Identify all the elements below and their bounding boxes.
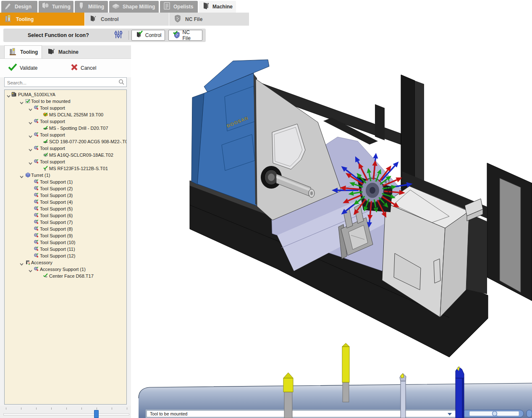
main-tab-milling[interactable]: Milling [75,1,108,13]
slider-tick [112,407,112,410]
nc-file-button-label: NC File [182,29,199,41]
tray-zoom-slider[interactable] [462,410,532,417]
support-icon [34,159,39,164]
machine-3d-view[interactable]: DOOSAN [131,45,532,418]
tree-item[interactable]: Center Face D68.T17 [5,273,126,279]
filter-sliders-icon[interactable] [113,29,123,41]
main-tab-label: Milling [88,4,104,10]
tree-item[interactable]: SCD 198-077-200 ACG5 908-M22-.T05 [5,138,126,145]
tray-tool-4[interactable] [456,366,464,418]
tree-item[interactable]: PUMA_5100XLYA [5,91,126,98]
tool-green-icon [43,166,48,171]
support-icon [34,219,39,225]
tree-item-label: Tool Support (1) [40,179,73,185]
tree-item[interactable]: Tool Support (3) [5,192,126,199]
tool-category-dropdown[interactable]: Tool to be mounted [146,410,457,418]
tree-item[interactable]: MS DCLNL 2525M 19.T00 [5,111,126,118]
tab-machine[interactable]: Machine [43,45,82,58]
tree-item-label: Tool support [40,145,65,152]
ribbon-sub-tabs: ToolingControlNC File [0,13,249,26]
tree-item[interactable]: Tool Support (8) [5,226,126,232]
sub-tab-control[interactable]: Control [85,13,169,26]
mount-icon [25,98,31,104]
search-icon[interactable] [118,79,125,85]
tree-zoom-slider [0,406,131,418]
tray-tool-3[interactable] [400,373,406,418]
slider-tick [21,407,21,410]
tree-item[interactable]: Accessory Support (1) [5,266,126,273]
tree-item[interactable]: Tool support [5,105,126,111]
sub-tab-nc-file[interactable]: NC File [169,13,249,26]
sub-tab-label: Control [101,16,119,22]
validate-button[interactable]: Validate [8,63,37,73]
tree-item[interactable]: Accessory [5,259,126,266]
support-icon [34,199,39,205]
tree-item[interactable]: Tool support [5,118,126,125]
tree-item[interactable]: Tool Support (7) [5,219,126,226]
slider-track[interactable] [3,413,129,415]
divider [128,31,129,40]
tree-item[interactable]: Tool support [5,145,126,152]
search-input[interactable] [6,78,118,87]
tree-item[interactable]: Tool Support (10) [5,239,126,246]
tree-item-label: SCD 198-077-200 ACG5 908-M22-.T05 [49,138,127,145]
slider-tick [66,407,67,410]
main-tab-label: Design [15,4,31,10]
main-tab-machine[interactable]: Machine [199,1,236,13]
tab-tooling[interactable]: Tooling [4,45,42,58]
support-icon [34,246,39,252]
control-subtab-icon [89,14,97,24]
tree-item[interactable]: Tool Support (6) [5,212,126,219]
main-tab-shape-milling[interactable]: Shape Milling [109,1,159,13]
tooling-subtab-icon [4,14,13,24]
tree-item-label: Tool support [40,118,65,125]
slider-tick [6,407,6,410]
control-button-label: Control [145,32,162,38]
tree-item[interactable]: Tool Support (9) [5,232,126,239]
main-tab-design[interactable]: Design [1,1,37,13]
tree-item-label: MS RF123F15-1212B-S.T01 [49,165,108,172]
control-button[interactable]: Control [131,30,165,41]
validate-label: Validate [20,65,37,71]
main-tab-label: Turning [52,4,71,10]
tree-item[interactable]: Tool Support (1) [5,179,126,185]
support-icon [34,192,39,198]
turret-icon [25,172,31,178]
sub-tab-label: NC File [185,16,202,22]
main-tab-turning[interactable]: Turning [39,1,73,13]
support-icon [34,105,39,110]
nc-file-button[interactable]: NC File [168,30,202,41]
tray-tool-1[interactable] [283,373,293,418]
cancel-x-icon [70,63,79,73]
tree-item[interactable]: Tool Support (12) [5,252,126,259]
main-tab-label: Machine [212,4,233,10]
slider-tick [36,407,37,410]
tree-item[interactable]: Tool Support (11) [5,246,126,252]
control-check-icon [135,30,144,40]
tree-item[interactable]: MS A16Q-SCLCR09-18AE.T02 [5,152,126,158]
tree-item[interactable]: Tool support [5,158,126,165]
tree-item[interactable]: Tool to be mounted [5,98,126,105]
support-icon [34,233,39,238]
tree-item[interactable]: Tool Support (5) [5,205,126,212]
design-tab-icon [4,2,12,12]
tree-item[interactable]: Tool Support (4) [5,199,126,205]
tree-item[interactable]: Tool Support (2) [5,185,126,192]
tree-item[interactable]: Tool support [5,131,126,138]
slider-handle[interactable] [94,410,99,418]
tree-item-label: Center Face D68.T17 [49,273,94,279]
cancel-button[interactable]: Cancel [70,63,96,73]
support-icon [34,266,39,272]
tree-item[interactable]: Turret (1) [5,172,126,179]
shape-milling-tab-icon [112,2,120,12]
tree-item[interactable]: MS RF123F15-1212B-S.T01 [5,165,126,172]
magnifier-icon [493,411,497,416]
sub-tab-tooling[interactable]: Tooling [0,13,84,26]
slider-tick [97,407,97,410]
main-tab-opelists[interactable]: Opelists [160,1,198,13]
tree-item-label: Tool support [40,131,65,138]
tray-tool-2[interactable] [342,343,349,402]
tree-item[interactable]: MS - Spotting Drill - D20.T07 [5,125,126,131]
tree-item-label: Tool Support (5) [40,205,73,212]
tree-item-label: Tool Support (4) [40,199,73,205]
